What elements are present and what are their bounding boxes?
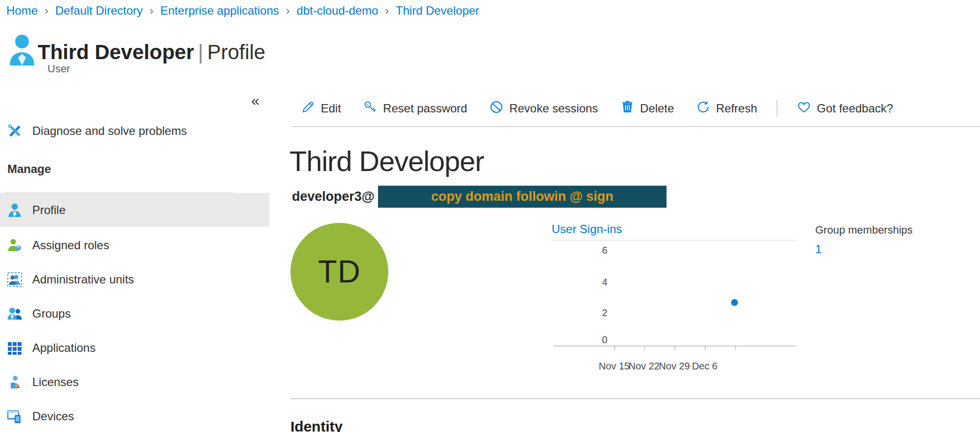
x-axis-tick-label: Nov 22 <box>628 361 659 372</box>
key-icon <box>363 100 377 117</box>
person-icon <box>7 203 22 217</box>
delete-label: Delete <box>640 102 674 115</box>
breadcrumb-default-directory[interactable]: Default Directory <box>55 4 143 18</box>
breadcrumb-home[interactable]: Home <box>6 4 38 18</box>
tools-icon <box>7 124 22 138</box>
admin-units-icon <box>7 272 22 287</box>
breadcrumb-enterprise-applications[interactable]: Enterprise applications <box>160 4 279 18</box>
sidebar-item-assigned-roles[interactable]: Assigned roles <box>0 228 269 262</box>
group-memberships-count-link[interactable]: 1 <box>815 242 822 256</box>
got-feedback-label: Got feedback? <box>817 102 893 115</box>
block-icon <box>490 100 503 117</box>
sidebar-collapse-button[interactable]: « <box>245 91 266 110</box>
user-principal-name-row: developer3@ copy domain followin @ sign <box>292 186 667 208</box>
sidebar-item-groups[interactable]: Groups <box>0 297 269 331</box>
sidebar-item-label: Diagnose and solve problems <box>32 124 187 138</box>
y-axis-tick-label: 2 <box>585 307 607 319</box>
chart-title-divider <box>552 240 796 240</box>
email-prefix: developer3@ <box>292 189 375 204</box>
edit-button[interactable]: Edit <box>298 100 344 117</box>
redaction-note: copy domain followin @ sign <box>431 189 613 204</box>
refresh-button[interactable]: Refresh <box>693 100 760 117</box>
sidebar-item-label: Profile <box>32 203 66 217</box>
reset-password-button[interactable]: Reset password <box>360 100 470 117</box>
x-axis-tick-label: Dec 6 <box>692 361 717 372</box>
x-axis-tick-label: Nov 29 <box>659 361 690 372</box>
sidebar-item-label: Administrative units <box>32 273 134 286</box>
breadcrumb: Home › Default Directory › Enterprise ap… <box>6 2 479 20</box>
user-avatar-icon <box>9 34 35 66</box>
page-title: Third Developer|Profile <box>38 41 266 64</box>
delete-button[interactable]: Delete <box>618 100 677 117</box>
refresh-label: Refresh <box>716 102 757 115</box>
trash-icon <box>621 100 634 117</box>
breadcrumb-separator: › <box>45 4 48 18</box>
sidebar-item-label: Licenses <box>32 375 79 389</box>
breadcrumb-dbt-cloud-demo[interactable]: dbt-cloud-demo <box>297 4 379 18</box>
revoke-sessions-button[interactable]: Revoke sessions <box>487 100 601 117</box>
got-feedback-button[interactable]: Got feedback? <box>794 100 896 117</box>
applications-icon <box>7 341 22 355</box>
sidebar-item-administrative-units[interactable]: Administrative units <box>0 262 269 297</box>
x-axis-tick <box>705 346 706 350</box>
sidebar-item-label: Assigned roles <box>32 238 109 252</box>
y-axis-tick-label: 6 <box>585 245 607 256</box>
identity-section-heading: Identity <box>290 418 343 432</box>
edit-label: Edit <box>321 102 341 115</box>
refresh-icon <box>696 100 710 117</box>
sidebar-item-label: Groups <box>32 307 71 321</box>
sidebar-item-label: Devices <box>32 410 74 423</box>
double-chevron-left-icon: « <box>251 92 260 109</box>
heart-icon <box>797 100 811 117</box>
toolbar-divider <box>291 126 980 127</box>
x-axis-tick <box>735 346 736 350</box>
breadcrumb-separator: › <box>286 4 290 18</box>
reset-password-label: Reset password <box>383 102 467 115</box>
avatar: TD <box>290 223 388 321</box>
sidebar-item-devices[interactable]: Devices <box>0 399 269 432</box>
x-axis-tick <box>674 346 675 350</box>
user-sign-ins-link[interactable]: User Sign-ins <box>552 222 622 236</box>
revoke-sessions-label: Revoke sessions <box>509 102 598 115</box>
sidebar-item-label: Applications <box>32 341 95 355</box>
sidebar-item-applications[interactable]: Applications <box>0 331 269 365</box>
signin-data-point <box>731 299 738 306</box>
command-bar: Edit Reset password Revoke sessions <box>298 96 896 121</box>
sidebar-item-diagnose[interactable]: Diagnose and solve problems <box>0 114 269 148</box>
azure-portal-user-profile-page: Home › Default Directory › Enterprise ap… <box>0 0 980 432</box>
x-axis-tick-label: Nov 15 <box>599 361 629 372</box>
breadcrumb-separator: › <box>150 4 154 18</box>
page-title-separator: | <box>194 41 207 64</box>
page-subtitle: User <box>47 63 70 75</box>
y-axis-tick-label: 0 <box>585 334 607 346</box>
y-axis-tick-label: 4 <box>585 277 607 288</box>
redaction-overlay: copy domain followin @ sign <box>378 186 667 208</box>
breadcrumb-third-developer[interactable]: Third Developer <box>396 4 479 18</box>
licenses-icon <box>7 375 22 389</box>
sidebar-item-profile[interactable]: Profile <box>0 193 269 227</box>
page-title-suffix: Profile <box>207 41 266 64</box>
page-title-name: Third Developer <box>38 41 194 64</box>
group-memberships-label: Group memberships <box>815 224 913 237</box>
groups-icon <box>7 306 22 321</box>
sidebar-item-licenses[interactable]: Licenses <box>0 365 269 399</box>
pencil-icon <box>301 100 315 117</box>
x-axis-tick <box>644 346 645 350</box>
user-display-name: Third Developer <box>290 145 484 177</box>
sidebar-section-manage: Manage <box>7 162 51 176</box>
avatar-initials: TD <box>318 254 360 290</box>
assigned-roles-icon <box>7 238 22 253</box>
x-axis-tick <box>614 346 615 350</box>
breadcrumb-separator: › <box>385 4 389 18</box>
devices-icon <box>7 409 22 424</box>
toolbar-separator <box>777 100 778 117</box>
section-divider <box>290 398 980 399</box>
